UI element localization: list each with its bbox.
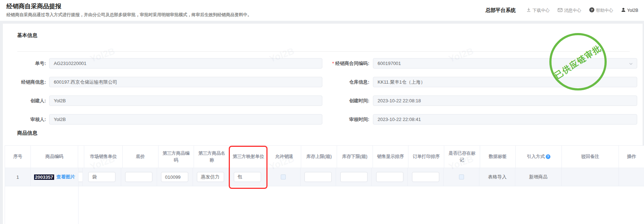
print-sort-input[interactable]	[412, 172, 439, 182]
col-header-third-name: 第三方商品名称	[194, 146, 230, 168]
page-title: 经销商自采商品提报	[6, 2, 61, 10]
cell-third-code: 010099	[157, 168, 193, 186]
third-code-input[interactable]: 010099	[161, 172, 188, 182]
section-title-product-info: 商品信息	[17, 130, 37, 136]
cell-import-way: 新增商品	[515, 168, 562, 186]
col-header-third-code: 第三方商品编码	[158, 146, 194, 168]
dealer-info-input[interactable]: 600197.西京仓储运输有限公司	[49, 77, 322, 87]
create-time-input[interactable]: 2023-10-22 22:08:18	[373, 95, 637, 106]
col-header-index: 序号	[5, 146, 31, 168]
audit-time-input[interactable]: 2023-10-22 22:08:41	[373, 114, 637, 125]
stock-upper-input[interactable]	[304, 172, 332, 182]
field-auditor: 审核人: Yol2B	[3, 114, 322, 125]
third-unit-input[interactable]: 包	[234, 172, 261, 182]
nav-help-center[interactable]: ? 帮助中心	[589, 7, 613, 14]
svg-text:?: ?	[591, 8, 593, 12]
col-header-stock-lower: 库存下限(箱)	[337, 146, 373, 168]
field-label: 创建人:	[3, 95, 46, 106]
table-row: 1 2003357 查看图片 袋 010099 惠发仿力 包	[5, 168, 644, 186]
order-no-input[interactable]: AG2310220001	[49, 58, 322, 69]
field-audit-time: 审核时间: 2023-10-22 22:08:41	[298, 114, 637, 125]
table-header-row: 序号 商品编码 市场销售单位 底价 第三方商品编码 第三方商品名称 第三方映射单…	[5, 146, 644, 168]
col-header-product-code: 商品编码	[31, 146, 79, 168]
cell-reject-remark	[562, 168, 619, 186]
clipped-input[interactable]	[79, 172, 83, 182]
exist-flag-checkbox[interactable]	[459, 174, 464, 179]
allow-return-checkbox[interactable]	[281, 174, 286, 179]
cell-data-tag: 表格导入	[479, 168, 515, 186]
auditor-input[interactable]: Yol2B	[49, 114, 322, 125]
cell-index: 1	[5, 168, 31, 186]
page: 经销商自采商品提报 经销商自采商品通过导入方式进行提报，并由分公司及总部多级审批…	[0, 0, 644, 224]
cell-third-name: 惠发仿力	[193, 168, 229, 186]
col-header-print-sort: 订单打印排序	[408, 146, 444, 168]
stock-lower-input[interactable]	[340, 172, 368, 182]
field-create-time: 创建时间: 2023-10-22 22:08:18	[298, 95, 637, 106]
cell-exist-flag	[444, 168, 479, 186]
field-warehouse-info: 仓库信息: KK11.聚丰1仓（上海）	[298, 77, 637, 88]
page-subtitle: 经销商自采商品通过导入方式进行提报，并由分公司及总部多级审批，审批时采用明细审批…	[6, 12, 252, 18]
creator-input[interactable]: Yol2B	[49, 95, 322, 106]
message-icon	[558, 8, 563, 13]
col-header-allow-return: 允许销退	[267, 146, 302, 168]
system-name: 总部平台系统	[486, 7, 516, 14]
field-label: 单号:	[3, 58, 46, 69]
view-image-link[interactable]: 查看图片	[56, 174, 75, 180]
field-label: 经销商信息:	[3, 77, 46, 88]
required-mark: *	[332, 61, 334, 66]
col-header-stock-upper: 库存上限(箱)	[301, 146, 337, 168]
col-header-data-tag: 数据标签	[480, 146, 516, 168]
field-label: 审核人:	[3, 114, 46, 125]
cell-market-unit: 袋	[83, 168, 121, 186]
nav-user-account[interactable]: Yol2B	[621, 8, 638, 13]
col-header-third-unit: 第三方映射单位	[230, 146, 267, 168]
download-icon	[526, 8, 531, 13]
section-divider	[17, 51, 630, 52]
field-label: 审核时间:	[298, 114, 369, 125]
warehouse-info-input[interactable]: KK11.聚丰1仓（上海）	[373, 77, 637, 87]
section-title-basic-info: 基本信息	[17, 32, 37, 39]
col-header-import-way: 引入方式?	[516, 146, 562, 168]
cell-clipped	[79, 168, 83, 186]
top-header-bar: 经销商自采商品提报 经销商自采商品通过导入方式进行提报，并由分公司及总部多级审批…	[0, 0, 644, 21]
col-header-market-unit: 市场销售单位	[84, 146, 123, 168]
user-icon	[621, 8, 626, 13]
field-contract-code: *经销商合同编码: 600197001	[298, 58, 637, 69]
main-card: 基本信息 单号: AG2310220001 *经销商合同编码: 60019700…	[3, 24, 643, 224]
cell-stock-upper	[300, 168, 336, 186]
field-creator: 创建人: Yol2B	[3, 95, 322, 106]
table-fixed-column-area	[5, 186, 79, 224]
col-header-sale-sort: 销售显示排序	[373, 146, 409, 168]
contract-code-select[interactable]: 600197001	[373, 58, 637, 69]
col-header-clipped	[78, 146, 84, 168]
product-table: 序号 商品编码 市场销售单位 底价 第三方商品编码 第三方商品名称 第三方映射单…	[5, 145, 644, 224]
cell-print-sort	[408, 168, 444, 186]
cell-product-code: 2003357 查看图片	[31, 168, 79, 186]
col-header-exist-flag: 是否已存在标记	[444, 146, 480, 168]
sale-sort-input[interactable]	[376, 172, 403, 182]
col-header-reject-remark: 驳回备注	[562, 146, 619, 168]
cell-action	[619, 168, 644, 186]
field-label: 经销商合同编码:	[335, 61, 369, 66]
help-circle-icon[interactable]: ?	[546, 154, 550, 159]
help-icon: ?	[589, 7, 595, 14]
cell-third-unit: 包	[229, 168, 266, 186]
floor-price-input[interactable]	[125, 172, 152, 182]
market-unit-input[interactable]: 袋	[88, 172, 115, 182]
col-header-floor-price: 底价	[123, 146, 158, 168]
top-nav: 总部平台系统 下载中心 消息中心 ? 帮助中心 Yol2B	[486, 0, 638, 21]
cell-floor-price	[121, 168, 157, 186]
cell-sale-sort	[372, 168, 408, 186]
chevron-down-icon	[629, 61, 633, 67]
third-name-input[interactable]: 惠发仿力	[197, 172, 224, 182]
field-dealer-info: 经销商信息: 600197.西京仓储运输有限公司	[3, 77, 322, 88]
nav-download-center[interactable]: 下载中心	[526, 8, 550, 14]
product-code-highlighted: 2003357	[34, 174, 55, 180]
field-label: 创建时间:	[298, 95, 369, 106]
field-label: 仓库信息:	[298, 77, 369, 88]
field-order-no: 单号: AG2310220001	[3, 58, 322, 69]
cell-stock-lower	[336, 168, 372, 186]
nav-message-center[interactable]: 消息中心	[558, 8, 581, 14]
cell-allow-return	[266, 168, 300, 186]
col-header-action: 操作	[619, 146, 644, 168]
